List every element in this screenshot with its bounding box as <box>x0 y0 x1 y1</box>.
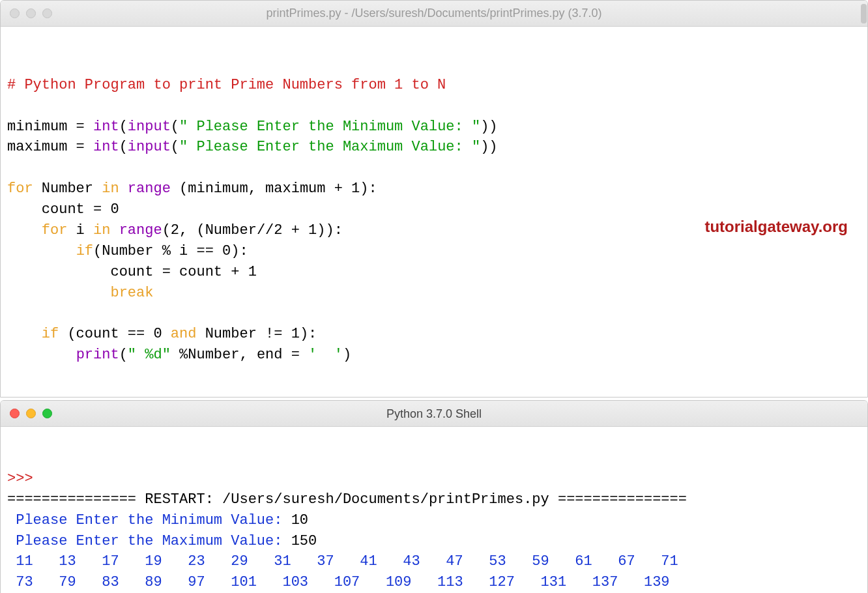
code-keyword: if <box>42 326 59 342</box>
code-text: (2, (Number//2 + 1)): <box>162 222 343 239</box>
shell-window: Python 3.7.0 Shell >>> =============== R… <box>0 400 868 593</box>
code-text: (count == 0 <box>59 326 171 342</box>
minimize-icon[interactable] <box>26 409 36 418</box>
shell-title: Python 3.7.0 Shell <box>1 405 867 422</box>
restart-banner: =============== RESTART: /Users/suresh/D… <box>7 491 687 508</box>
code-keyword: for <box>7 181 33 197</box>
code-builtin: range <box>119 222 162 239</box>
editor-title: printPrimes.py - /Users/suresh/Documents… <box>1 5 867 22</box>
user-input: 150 <box>291 533 317 549</box>
minimize-icon[interactable] <box>26 8 36 18</box>
close-icon[interactable] <box>10 8 20 18</box>
code-builtin: int <box>93 139 119 155</box>
code-string: " Please Enter the Minimum Value: " <box>179 119 480 135</box>
code-text: maximum = <box>7 139 93 155</box>
code-text: count = 0 <box>7 201 119 218</box>
code-keyword: break <box>110 285 153 301</box>
code-text: Number <box>33 181 102 197</box>
shell-area[interactable]: >>> =============== RESTART: /Users/sure… <box>1 427 867 593</box>
zoom-icon[interactable] <box>42 409 52 418</box>
code-text: %Number, end = <box>171 347 308 363</box>
user-input: 10 <box>291 512 308 528</box>
shell-output: 73 79 83 89 97 101 103 107 109 113 127 1… <box>7 574 670 590</box>
shell-output: Please Enter the Maximum Value: <box>7 533 291 549</box>
zoom-icon[interactable] <box>42 8 52 18</box>
code-string: ' ' <box>308 347 343 363</box>
traffic-lights <box>10 409 52 418</box>
code-keyword: for <box>42 222 68 239</box>
code-string: " %d" <box>128 347 171 363</box>
traffic-lights <box>10 8 52 18</box>
editor-window: printPrimes.py - /Users/suresh/Documents… <box>0 0 868 398</box>
code-builtin: input <box>128 119 171 135</box>
code-builtin: print <box>76 347 119 363</box>
code-keyword: in <box>102 181 119 197</box>
watermark: tutorialgateway.org <box>704 216 848 239</box>
shell-output: 11 13 17 19 23 29 31 37 41 43 47 53 59 6… <box>7 553 678 570</box>
code-text: (minimum, maximum + 1): <box>171 181 377 197</box>
code-keyword: and <box>171 326 197 342</box>
editor-titlebar[interactable]: printPrimes.py - /Users/suresh/Documents… <box>1 1 867 27</box>
code-text: count = count + 1 <box>7 264 257 280</box>
code-text: minimum = <box>7 119 93 135</box>
shell-prompt: >>> <box>7 470 33 487</box>
code-keyword: if <box>76 243 93 259</box>
shell-output: Please Enter the Minimum Value: <box>7 512 291 528</box>
code-area[interactable]: tutorialgateway.org # Python Program to … <box>1 27 867 397</box>
code-comment: # Python Program to print Prime Numbers … <box>7 77 446 93</box>
code-text: ) <box>343 347 351 363</box>
code-text: Number != 1): <box>196 326 317 342</box>
code-text: ( <box>119 347 128 363</box>
close-icon[interactable] <box>10 409 20 418</box>
code-builtin: int <box>93 119 119 135</box>
code-builtin: range <box>128 181 171 197</box>
code-text: i <box>67 222 93 239</box>
code-keyword: in <box>93 222 110 239</box>
shell-titlebar[interactable]: Python 3.7.0 Shell <box>1 401 867 427</box>
code-builtin: input <box>128 139 171 155</box>
code-string: " Please Enter the Maximum Value: " <box>179 139 480 155</box>
code-text: (Number % i == 0): <box>93 243 248 259</box>
